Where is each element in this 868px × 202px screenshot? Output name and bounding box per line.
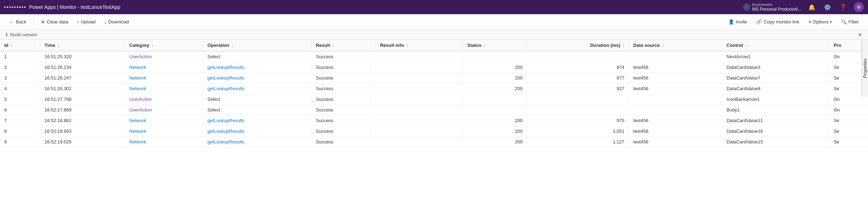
col-header-control[interactable]: Control ↕ bbox=[722, 40, 829, 51]
upload-icon: ↑ bbox=[77, 19, 79, 25]
sort-arrow-result: ↕ bbox=[332, 44, 334, 48]
cell-category: Network bbox=[125, 137, 203, 147]
cell-time: 16:51:25.320 bbox=[40, 51, 125, 62]
cell-duration bbox=[527, 105, 629, 115]
cell-status: 200 bbox=[463, 115, 527, 126]
back-button[interactable]: ← Back bbox=[6, 17, 30, 27]
col-header-result[interactable]: Result ↕ bbox=[311, 40, 376, 51]
help-button[interactable]: ❓ bbox=[838, 2, 848, 12]
cell-duration: 1,127 bbox=[527, 137, 629, 147]
options-icon: ≡ bbox=[809, 19, 812, 24]
cell-status: 200 bbox=[463, 137, 527, 147]
invite-icon: 👤 bbox=[728, 19, 734, 24]
toolbar-separator-1 bbox=[33, 18, 34, 26]
cell-time: 16:51:26.247 bbox=[40, 73, 125, 83]
col-header-status[interactable]: Status ↕ bbox=[463, 40, 527, 51]
sort-arrow-duration: ↕ bbox=[623, 44, 624, 48]
cell-duration bbox=[527, 51, 629, 62]
table-row[interactable]: 216:51:26.234NetworkgetLookupResultsSucc… bbox=[0, 62, 868, 73]
cell-operation: getLookupResults bbox=[203, 62, 311, 73]
cell-time: 16:52:18.861 bbox=[40, 115, 125, 126]
options-button[interactable]: ≡ Options ▾ bbox=[805, 17, 835, 26]
table-body: 116:51:25.320UserActionSelectSuccessNext… bbox=[0, 51, 868, 147]
cell-result-info bbox=[376, 83, 463, 94]
table-row[interactable]: 616:52:17.869UserActionSelectSuccessBody… bbox=[0, 105, 868, 115]
app-grid-button[interactable] bbox=[4, 6, 26, 8]
sort-arrow-datasource: ↕ bbox=[662, 44, 664, 48]
cell-status bbox=[463, 94, 527, 105]
table-header: Id ↕ Time ↕ Category ↕ Operation ↕ Resul… bbox=[0, 40, 868, 51]
cell-control: DataCardValue3 bbox=[722, 62, 829, 73]
cell-control: DataCardValue7 bbox=[722, 73, 829, 83]
cell-result: Success bbox=[311, 51, 376, 62]
copy-monitor-link-button[interactable]: 🔗 Copy monitor link bbox=[753, 17, 803, 26]
cell-operation: getLookupResults bbox=[203, 126, 311, 137]
cell-operation: Select bbox=[203, 94, 311, 105]
cell-category: Network bbox=[125, 115, 203, 126]
settings-button[interactable]: ⚙️ bbox=[823, 2, 832, 12]
cell-time: 16:51:26.234 bbox=[40, 62, 125, 73]
table-row[interactable]: 516:51:27.768UserActionSelectSuccessIcon… bbox=[0, 94, 868, 105]
table-row[interactable]: 316:51:26.247NetworkgetLookupResultsSucc… bbox=[0, 73, 868, 83]
table-row[interactable]: 816:52:18.953NetworkgetLookupResultsSucc… bbox=[0, 126, 868, 137]
notification-button[interactable]: 🔔 bbox=[807, 2, 817, 12]
filter-button[interactable]: 🔍 Filter bbox=[837, 17, 862, 26]
info-bar: ℹ Studio session ✕ Properties bbox=[0, 30, 868, 40]
cell-status bbox=[463, 51, 527, 62]
cell-time: 16:52:19.025 bbox=[40, 137, 125, 147]
cell-result-info bbox=[376, 115, 463, 126]
cell-status: 200 bbox=[463, 83, 527, 94]
cell-category: UserAction bbox=[125, 51, 203, 62]
cell-datasource bbox=[629, 105, 722, 115]
info-bar-close-button[interactable]: ✕ bbox=[858, 32, 862, 38]
cell-id: 3 bbox=[0, 73, 40, 83]
cell-duration: 1,051 bbox=[527, 126, 629, 137]
properties-panel[interactable]: Properties bbox=[862, 40, 868, 97]
cell-category: UserAction bbox=[125, 94, 203, 105]
cell-operation: Select bbox=[203, 51, 311, 62]
col-header-time[interactable]: Time ↕ bbox=[40, 40, 125, 51]
cell-control: DataCardValue8 bbox=[722, 83, 829, 94]
col-header-category[interactable]: Category ↕ bbox=[125, 40, 203, 51]
cell-result: Success bbox=[311, 126, 376, 137]
cell-id: 7 bbox=[0, 115, 40, 126]
clear-data-button[interactable]: ✕ Clear data bbox=[37, 17, 72, 27]
table-row[interactable]: 116:51:25.320UserActionSelectSuccessNext… bbox=[0, 51, 868, 62]
cell-result-info bbox=[376, 62, 463, 73]
studio-session-label: Studio session bbox=[10, 32, 37, 37]
cell-result-info bbox=[376, 105, 463, 115]
cell-id: 5 bbox=[0, 94, 40, 105]
col-header-result-info[interactable]: Result info ↕ bbox=[376, 40, 463, 51]
table-row[interactable]: 416:51:26.301NetworkgetLookupResultsSucc… bbox=[0, 83, 868, 94]
sort-arrow-id: ↕ bbox=[11, 44, 12, 48]
cell-control: DataCardValue11 bbox=[722, 115, 829, 126]
invite-button[interactable]: 👤 Invite bbox=[725, 17, 750, 26]
col-header-operation[interactable]: Operation ↕ bbox=[203, 40, 311, 51]
col-header-duration[interactable]: Duration (ms) ↕ bbox=[527, 40, 629, 51]
cell-duration: 975 bbox=[527, 115, 629, 126]
cell-result: Success bbox=[311, 62, 376, 73]
download-button[interactable]: ↓ Download bbox=[101, 17, 132, 27]
col-header-datasource[interactable]: Data source ↕ bbox=[629, 40, 722, 51]
cell-datasource: test456 bbox=[629, 115, 722, 126]
cell-duration: 877 bbox=[527, 73, 629, 83]
cell-category: Network bbox=[125, 83, 203, 94]
upload-button[interactable]: ↑ Upload bbox=[73, 17, 99, 27]
environment-selector[interactable]: 🌐 Environment MS Personal Productivit... bbox=[744, 3, 801, 12]
download-icon: ↓ bbox=[104, 19, 107, 25]
cell-status: 200 bbox=[463, 73, 527, 83]
toolbar: ← Back ✕ Clear data ↑ Upload ↓ Download … bbox=[0, 14, 868, 30]
table-row[interactable]: 716:52:18.861NetworkgetLookupResultsSucc… bbox=[0, 115, 868, 126]
cell-datasource: test456 bbox=[629, 83, 722, 94]
cell-duration: 874 bbox=[527, 62, 629, 73]
cell-datasource bbox=[629, 94, 722, 105]
back-icon: ← bbox=[9, 19, 14, 25]
copy-link-icon: 🔗 bbox=[756, 19, 762, 24]
cell-category: Network bbox=[125, 126, 203, 137]
table-row[interactable]: 916:52:19.025NetworkgetLookupResultsSucc… bbox=[0, 137, 868, 147]
cell-pro: Se bbox=[829, 126, 868, 137]
cell-duration: 927 bbox=[527, 83, 629, 94]
col-header-id[interactable]: Id ↕ bbox=[0, 40, 40, 51]
cell-id: 8 bbox=[0, 126, 40, 137]
user-avatar[interactable]: U bbox=[854, 2, 864, 12]
